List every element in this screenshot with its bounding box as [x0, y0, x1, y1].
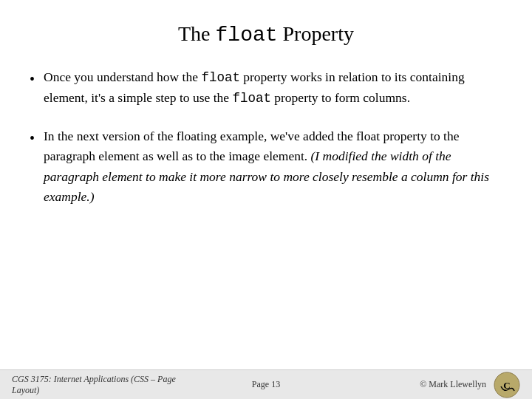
float-code-1: float — [201, 70, 240, 85]
footer-copyright: © Mark Llewellyn — [420, 379, 486, 390]
ucf-logo: C — [494, 372, 520, 398]
bullet-2: • In the next version of the floating ex… — [30, 126, 502, 207]
float-code-2: float — [232, 91, 271, 106]
slide-content: • Once you understand how the float prop… — [30, 67, 502, 399]
footer-page: Page 13 — [181, 379, 350, 390]
bullet-1: • Once you understand how the float prop… — [30, 67, 502, 109]
bullet-dot-2: • — [30, 127, 35, 150]
slide-title: The float Property — [30, 22, 502, 47]
title-code: float — [216, 24, 278, 47]
bullet-text-2: In the next version of the floating exam… — [44, 126, 502, 207]
bullet-text-1: Once you understand how the float proper… — [44, 67, 502, 109]
footer-right: © Mark Llewellyn C — [351, 372, 520, 398]
footer-left-text: CGS 3175: Internet Applications (CSS – P… — [12, 374, 181, 396]
footer: CGS 3175: Internet Applications (CSS – P… — [0, 369, 532, 399]
italic-note: (I modified the width of the paragraph e… — [44, 149, 489, 203]
title-suffix: Property — [278, 22, 354, 45]
bullet-dot-1: • — [30, 68, 35, 91]
slide: The float Property • Once you understand… — [0, 0, 532, 399]
title-prefix: The — [178, 22, 216, 45]
